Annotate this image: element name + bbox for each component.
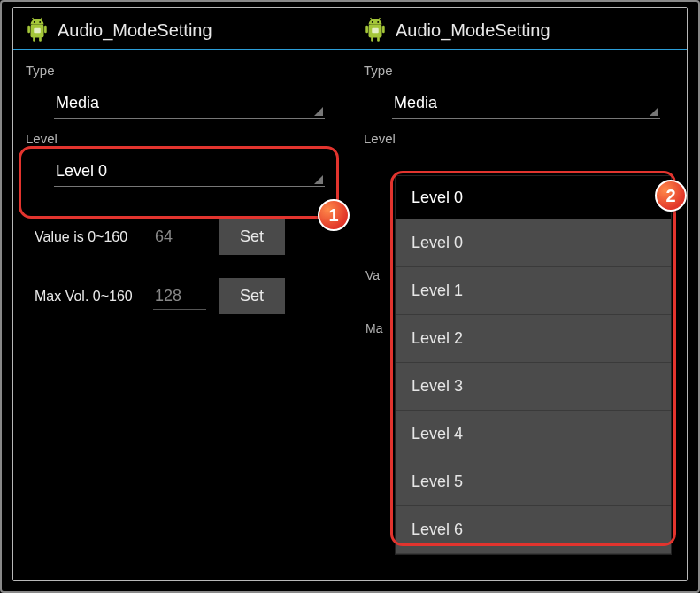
screen-left: Audio_ModeSetting Type Media Level Level… — [13, 8, 351, 580]
type-spinner[interactable]: Media — [392, 87, 660, 119]
dropdown-item-level2[interactable]: Level 2 — [396, 315, 671, 363]
svg-rect-9 — [34, 28, 41, 33]
app-title: Audio_ModeSetting — [58, 20, 212, 41]
level-spinner-value: Level 0 — [56, 162, 107, 180]
svg-point-8 — [39, 21, 41, 23]
type-spinner[interactable]: Media — [54, 87, 325, 119]
dropdown-selected[interactable]: Level 0 — [396, 176, 671, 219]
value-label: Value is 0~160 — [35, 229, 141, 245]
value-set-button[interactable]: Set — [219, 219, 285, 255]
android-icon — [364, 17, 387, 43]
app-title: Audio_ModeSetting — [396, 20, 550, 41]
android-icon — [26, 17, 49, 43]
maxvol-input[interactable]: 128 — [153, 283, 206, 310]
level-label: Level — [351, 119, 687, 150]
value-row: Value is 0~160 64 Set — [35, 219, 325, 255]
app-header: Audio_ModeSetting — [13, 8, 351, 50]
annotation-badge-2: 2 — [655, 180, 687, 212]
svg-point-7 — [34, 21, 35, 23]
svg-rect-4 — [39, 37, 42, 42]
svg-line-5 — [33, 18, 35, 20]
svg-point-18 — [377, 21, 379, 23]
value-input[interactable]: 64 — [153, 224, 206, 250]
svg-rect-13 — [371, 37, 373, 42]
svg-rect-14 — [377, 37, 380, 42]
svg-rect-19 — [372, 28, 379, 33]
dropdown-item-level6[interactable]: Level 6 — [396, 506, 671, 554]
value-label-peek: Va — [353, 256, 392, 286]
svg-line-16 — [379, 18, 381, 20]
maxvol-label: Max Vol. 0~160 — [35, 289, 141, 304]
maxvol-set-button[interactable]: Set — [219, 278, 285, 314]
level-label: Level — [13, 119, 351, 150]
level-dropdown: Level 0 Level 0 Level 1 Level 2 Level 3 … — [396, 176, 671, 554]
svg-line-6 — [41, 18, 42, 20]
type-label: Type — [351, 50, 687, 81]
svg-rect-11 — [365, 26, 368, 34]
maxvol-row: Max Vol. 0~160 128 Set — [35, 278, 325, 314]
dropdown-item-level5[interactable]: Level 5 — [396, 458, 671, 506]
type-spinner-value: Media — [56, 94, 99, 112]
dropdown-item-level3[interactable]: Level 3 — [396, 363, 671, 411]
svg-rect-1 — [27, 26, 30, 34]
svg-rect-12 — [382, 26, 385, 34]
dropdown-item-level0[interactable]: Level 0 — [396, 219, 671, 267]
screen-right: Audio_ModeSetting Type Media Level Va Ma… — [351, 8, 687, 580]
chevron-down-icon — [650, 107, 658, 116]
dual-screenshot-frame: Audio_ModeSetting Type Media Level Level… — [12, 7, 688, 581]
svg-rect-3 — [33, 37, 35, 42]
chevron-down-icon — [314, 175, 323, 184]
type-label: Type — [13, 50, 351, 81]
type-spinner-value: Media — [394, 94, 437, 112]
level-spinner[interactable]: Level 0 — [54, 155, 325, 187]
svg-line-15 — [371, 18, 373, 20]
annotation-badge-1: 1 — [318, 199, 350, 231]
chevron-down-icon — [314, 107, 323, 116]
svg-point-17 — [372, 21, 373, 23]
app-header: Audio_ModeSetting — [351, 8, 687, 50]
svg-rect-2 — [44, 26, 47, 34]
dropdown-item-level1[interactable]: Level 1 — [396, 267, 671, 315]
maxvol-label-peek: Ma — [353, 309, 395, 339]
dropdown-item-level4[interactable]: Level 4 — [396, 411, 671, 458]
